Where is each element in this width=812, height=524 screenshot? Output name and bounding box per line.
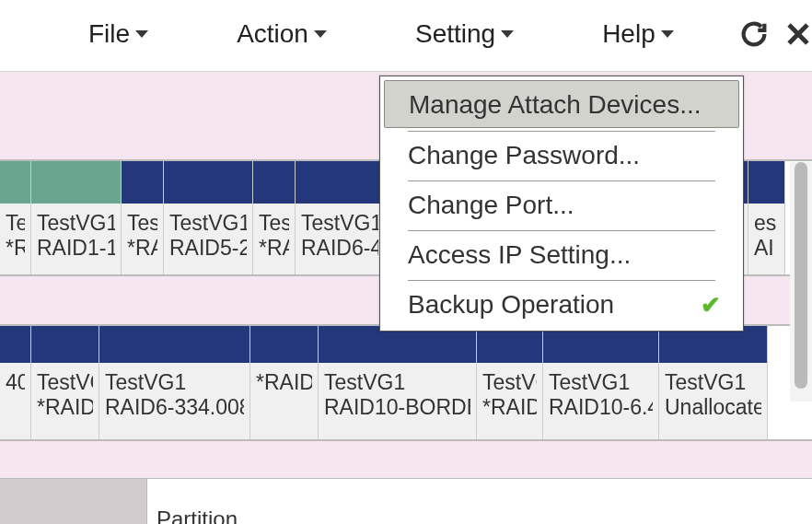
partition-header-label: Partition: [147, 479, 812, 524]
volume-card-title: TestVG1: [665, 370, 761, 395]
volume-card[interactable]: TestVG1RAID5-2: [164, 161, 253, 274]
volume-card-labels: Test*RAI: [0, 204, 30, 274]
dropdown-item-label: Change Port...: [408, 191, 574, 220]
volume-card[interactable]: 40.00: [0, 326, 31, 439]
volume-card-labels: TestVG1RAID6-334.008: [99, 363, 249, 439]
dropdown-item-label: Manage Attach Devices...: [409, 90, 702, 120]
partition-table: Partition: [0, 478, 812, 524]
volume-card-labels: TestVG1Unallocate: [659, 363, 767, 439]
check-icon: ✔: [701, 291, 721, 320]
volume-card[interactable]: *RAID: [250, 326, 319, 439]
volume-card[interactable]: esAI: [748, 161, 785, 274]
volume-card-title: TestVG: [37, 370, 93, 395]
menu-help-label: Help: [602, 19, 655, 49]
volume-card-subtitle: *RAID: [482, 395, 537, 420]
volume-card-subtitle: *RAI: [127, 236, 157, 261]
volume-card[interactable]: TestVG1RAID1-10: [31, 161, 122, 274]
volume-card-title: Tes: [127, 211, 157, 236]
volume-card-title: TestVG1: [324, 370, 470, 395]
volume-card-bar: [0, 161, 30, 204]
volume-card-subtitle: *RAID: [37, 395, 93, 420]
volume-card-subtitle: RAID6-334.008: [105, 395, 244, 420]
volume-card-bar: [31, 326, 99, 363]
scrollbar-thumb[interactable]: [795, 162, 807, 389]
volume-card-bar: [250, 326, 318, 363]
setting-dropdown: Manage Attach Devices...Change Password.…: [379, 76, 744, 332]
caret-down-icon: [661, 30, 674, 38]
scrollbar[interactable]: [790, 162, 812, 402]
volume-card-subtitle: RAID1-10: [37, 236, 115, 261]
volume-card-subtitle: 40.00: [6, 370, 25, 395]
volume-card-title: es: [754, 211, 779, 236]
menubar: File Action Setting Help: [0, 0, 812, 72]
volume-card-labels: Tes*RAI: [122, 204, 163, 274]
volume-card-subtitle: *RAI: [259, 236, 289, 261]
volume-card[interactable]: Tes*RAI: [122, 161, 164, 274]
close-icon[interactable]: [783, 18, 812, 50]
volume-card-subtitle: AI: [754, 236, 779, 261]
volume-card[interactable]: TestVG1RAID10-6.44: [543, 326, 659, 439]
volume-card-subtitle: RAID6-4: [301, 236, 378, 261]
volume-card-labels: 40.00: [0, 363, 30, 439]
volume-card-labels: TestVG1RAID1-10: [31, 204, 121, 274]
volume-card[interactable]: Test*RAI: [0, 161, 31, 274]
volume-card[interactable]: TestVG1RAID6-334.008: [99, 326, 250, 439]
volume-card-title: TestVG1: [105, 370, 244, 395]
volume-card[interactable]: TestVG*RAID: [31, 326, 99, 439]
dropdown-item-label: Backup Operation: [408, 290, 614, 320]
volume-card-bar: [543, 326, 658, 363]
volume-card[interactable]: TestVG1Unallocate: [659, 326, 768, 439]
dropdown-item-label: Access IP Setting...: [408, 240, 631, 270]
volume-card-labels: Tes*RAI: [253, 204, 295, 274]
menu-setting[interactable]: Setting: [395, 19, 534, 49]
partition-header-left: [0, 479, 147, 524]
menu-file[interactable]: File: [68, 19, 168, 49]
volume-card-bar: [99, 326, 249, 363]
volume-card-subtitle: RAID5-2: [169, 236, 247, 261]
volume-card-subtitle: RAID10-6.44: [549, 395, 653, 420]
volume-card-labels: TestVG1RAID5-2: [164, 204, 252, 274]
dropdown-item[interactable]: Backup Operation✔: [384, 281, 739, 327]
volume-card-labels: TestVG*RAID: [31, 363, 99, 439]
volume-card-subtitle: *RAI: [6, 236, 25, 261]
volume-card-title: Test: [6, 211, 25, 236]
volume-card-bar: [477, 326, 542, 363]
volume-card-bar: [296, 161, 384, 204]
volume-card-title: TestVG1: [301, 211, 378, 236]
volume-card-labels: TestVG1RAID10-6.44: [543, 363, 658, 439]
volume-card[interactable]: TestVG1RAID6-4: [296, 161, 385, 274]
volume-card-subtitle: Unallocate: [665, 395, 761, 420]
caret-down-icon: [314, 30, 327, 38]
volume-card-title: Tes: [259, 211, 289, 236]
dropdown-item[interactable]: Change Port...: [384, 181, 739, 227]
volume-card[interactable]: TestVG1*RAID: [477, 326, 543, 439]
volume-card-title: TestVG1: [549, 370, 653, 395]
menu-action[interactable]: Action: [216, 19, 347, 49]
menu-file-label: File: [88, 19, 130, 49]
dropdown-item[interactable]: Manage Attach Devices...: [384, 80, 739, 128]
menu-setting-label: Setting: [415, 19, 495, 49]
caret-down-icon: [135, 30, 148, 38]
volume-card-bar: [253, 161, 295, 204]
volume-card-subtitle: RAID10-BORDER: [324, 395, 470, 420]
refresh-icon[interactable]: [738, 18, 770, 50]
volume-card-bar: [122, 161, 163, 204]
volume-card[interactable]: Tes*RAI: [253, 161, 296, 274]
dropdown-item-label: Change Password...: [408, 141, 640, 170]
dropdown-item[interactable]: Access IP Setting...: [384, 231, 739, 277]
volume-card-labels: *RAID: [250, 363, 318, 439]
volume-card-labels: TestVG1*RAID: [477, 363, 542, 439]
toolbar-icons: [738, 18, 812, 50]
volume-card-subtitle: *RAID: [256, 370, 312, 395]
volume-card-labels: TestVG1RAID10-BORDER: [319, 363, 476, 439]
volume-card[interactable]: TestVG1RAID10-BORDER: [319, 326, 477, 439]
dropdown-item[interactable]: Change Password...: [384, 132, 739, 178]
menu-help[interactable]: Help: [582, 19, 694, 49]
volume-card-bar: [31, 161, 121, 204]
volume-card-bar: [0, 326, 30, 363]
menu-action-label: Action: [237, 19, 308, 49]
volume-card-labels: esAI: [748, 204, 784, 274]
volume-card-bar: [748, 161, 784, 204]
volume-card-title: TestVG1: [482, 370, 537, 395]
volume-card-labels: TestVG1RAID6-4: [296, 204, 384, 274]
